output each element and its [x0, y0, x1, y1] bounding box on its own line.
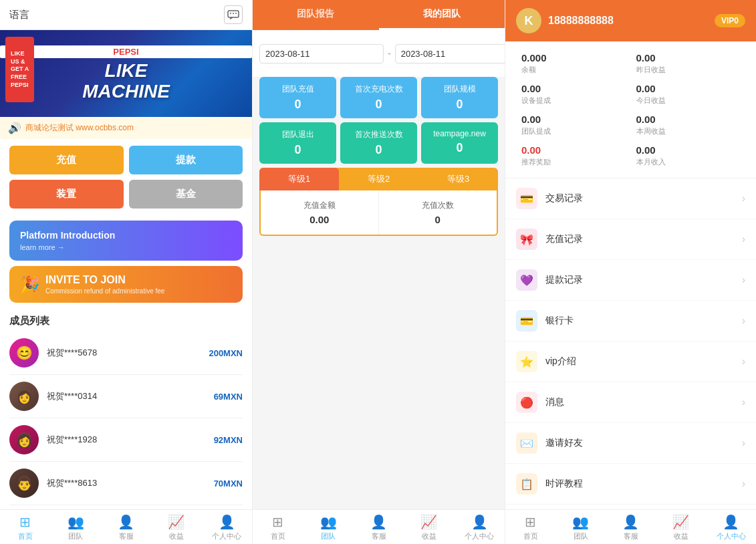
- stat-team-commission: 0.00 团队提成: [516, 110, 631, 140]
- nav-label-profile: 个人中心: [212, 531, 241, 541]
- stat-label-team: 团队提成: [521, 126, 626, 136]
- menu-item-invite-friends[interactable]: ✉️ 邀请好友 ›: [505, 423, 756, 464]
- right-nav-item-profile[interactable]: 👤 个人中心: [706, 514, 756, 541]
- menu-item-about-us[interactable]: ℹ️ 关于我们 ›: [505, 505, 756, 509]
- nav-label-income: 收益: [169, 531, 184, 541]
- chat-icon-button[interactable]: [224, 5, 243, 24]
- menu-item-bank-card[interactable]: 💳 银行卡 ›: [505, 301, 756, 342]
- left-bottom-nav: ⊞ 首页 👥 团队 👤 客服 📈 收益 👤 个人中心: [0, 509, 252, 544]
- stat-label-balance: 余额: [521, 65, 626, 75]
- svg-rect-1: [230, 13, 231, 14]
- member-name: 祝贺****0314: [47, 390, 214, 402]
- level-content: 充值金额 0.00 充值次数 0: [259, 190, 498, 236]
- menu-item-withdraw-records[interactable]: 💜 提款记录 ›: [505, 260, 756, 301]
- stat-card-team-recharge: 团队充值 0: [259, 77, 336, 118]
- user-phone: 18888888888: [548, 15, 614, 27]
- member-amount: 69MXN: [214, 392, 243, 402]
- date-from-input[interactable]: [259, 44, 384, 63]
- menu-label-invite-friends: 邀请好友: [545, 437, 742, 449]
- banner-side-text: LIKEUS &GET AFREEPEPSI: [5, 37, 34, 102]
- invite-join-banner[interactable]: 🎉 INVITE TO JOIN Commission refund of ad…: [9, 266, 243, 303]
- stat-value-team: 0.00: [521, 114, 626, 125]
- invite-sub: Commission refund of administrative fee: [45, 287, 164, 295]
- date-separator: -: [388, 48, 391, 59]
- stat-value-yesterday: 0.00: [636, 52, 741, 63]
- right-header: K 18888888888 VIP0: [505, 0, 756, 41]
- nav-label-team: 团队: [574, 531, 588, 541]
- arrow-icon: ›: [742, 192, 745, 205]
- menu-item-transactions[interactable]: 💳 交易记录 ›: [505, 178, 756, 219]
- menu-label-transactions: 交易记录: [545, 192, 742, 205]
- stat-label-month: 本月收入: [636, 157, 741, 167]
- mid-nav-item-income[interactable]: 📈 收益: [404, 514, 454, 541]
- menu-item-recharge-records[interactable]: 🎀 充值记录 ›: [505, 219, 756, 260]
- right-bottom-nav: ⊞ 首页 👥 团队 👤 客服 📈 收益 👤 个人中心: [505, 509, 756, 544]
- mid-bottom-nav: ⊞ 首页 👥 团队 👤 客服 📈 收益 👤 个人中心: [253, 509, 505, 544]
- fund-button[interactable]: 基金: [129, 180, 243, 209]
- invite-friends-icon: ✉️: [516, 432, 537, 454]
- stat-label: 首次推送次数: [347, 129, 410, 140]
- tab-level-2[interactable]: 等级2: [339, 168, 418, 190]
- stat-value-referral: 0.00: [521, 144, 626, 156]
- member-amount: 92MXN: [214, 435, 243, 445]
- list-item: 👩 祝贺****1928 92MXN: [9, 418, 243, 462]
- nav-item-income[interactable]: 📈 收益: [151, 514, 201, 541]
- nav-label-profile: 个人中心: [717, 531, 746, 541]
- stat-card-first-charge: 首次充电次数 0: [340, 77, 417, 118]
- right-nav-item-service[interactable]: 👤 客服: [606, 514, 656, 541]
- tab-my-team[interactable]: 我的团队: [379, 0, 505, 30]
- date-to-input[interactable]: [395, 44, 505, 63]
- nav-label-service: 客服: [119, 531, 134, 541]
- platform-intro-banner[interactable]: Platform Introduction learn more →: [9, 221, 243, 261]
- tab-team-report[interactable]: 团队报告: [253, 0, 379, 30]
- tab-level-3[interactable]: 等级3: [418, 168, 498, 190]
- banner-main-text: LIKEMACHINE: [0, 61, 252, 102]
- level-col-label: 充值金额: [270, 200, 369, 211]
- action-buttons: 充值 提款 装置 基金: [0, 139, 252, 215]
- menu-item-vip-intro[interactable]: ⭐ vip介绍 ›: [505, 342, 756, 382]
- tab-level-1[interactable]: 等级1: [259, 168, 339, 190]
- menu-item-messages[interactable]: 🔴 消息 ›: [505, 382, 756, 423]
- member-name: 祝贺****8613: [47, 477, 214, 489]
- avatar: 👩: [9, 425, 39, 454]
- mid-nav-item-team[interactable]: 👥 团队: [303, 514, 353, 541]
- mid-nav-item-service[interactable]: 👤 客服: [354, 514, 404, 541]
- menu-item-tutorial[interactable]: 📋 时评教程 ›: [505, 464, 756, 505]
- notice-text: 商城论坛测试 www.ocbbs.com: [25, 122, 134, 134]
- svg-rect-2: [233, 13, 234, 14]
- level-col-value: 0.00: [270, 214, 369, 225]
- stat-label: 首次充电次数: [347, 84, 410, 95]
- left-panel: 语言 LIKEUS &GET AFREEPEPSI PEPSI LIKEMACH…: [0, 0, 253, 544]
- level-col-amount: 充值金额 0.00: [261, 190, 379, 235]
- right-nav-item-income[interactable]: 📈 收益: [656, 514, 706, 541]
- member-amount: 70MXN: [214, 479, 243, 489]
- mid-panel: 团队报告 我的团队 - 搜索 团队充值 0 首次充电次数 0 团队规模 0 团队…: [253, 0, 505, 544]
- mid-nav-item-home[interactable]: ⊞ 首页: [253, 514, 303, 541]
- platform-intro-sub: learn more →: [20, 243, 232, 251]
- settings-button[interactable]: 装置: [9, 180, 124, 209]
- invite-deco-icon: 🎉: [20, 275, 40, 294]
- mid-nav-item-profile[interactable]: 👤 个人中心: [455, 514, 505, 541]
- nav-label-home: 首页: [271, 531, 285, 541]
- team-icon: 👥: [320, 514, 337, 530]
- home-icon: ⊞: [525, 514, 536, 530]
- withdraw-button[interactable]: 提款: [129, 146, 243, 174]
- right-nav-item-home[interactable]: ⊞ 首页: [505, 514, 555, 541]
- income-icon: 📈: [420, 514, 437, 530]
- nav-item-service[interactable]: 👤 客服: [101, 514, 151, 541]
- nav-item-home[interactable]: ⊞ 首页: [0, 514, 50, 541]
- menu-label-messages: 消息: [545, 396, 742, 408]
- promo-banners: Platform Introduction learn more → 🎉 INV…: [0, 215, 252, 308]
- stat-card-first-push: 首次推送次数 0: [340, 122, 417, 164]
- member-name: 祝贺****1928: [47, 434, 214, 446]
- nav-item-profile[interactable]: 👤 个人中心: [202, 514, 252, 541]
- menu-label-tutorial: 时评教程: [545, 478, 742, 490]
- recharge-button[interactable]: 充值: [9, 146, 124, 174]
- stat-label-today: 今日收益: [636, 96, 741, 106]
- stat-label-yesterday: 昨日收益: [636, 65, 741, 75]
- svg-rect-3: [235, 13, 237, 14]
- right-nav-item-team[interactable]: 👥 团队: [555, 514, 606, 541]
- stat-label: 团队充值: [266, 84, 330, 95]
- stat-label: 团队退出: [266, 129, 330, 140]
- nav-item-team[interactable]: 👥 团队: [50, 514, 100, 541]
